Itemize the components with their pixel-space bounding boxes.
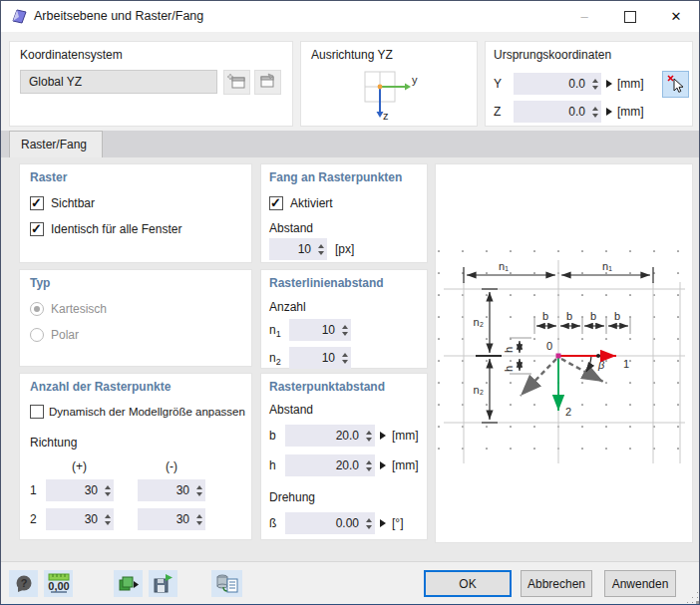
h-spinner[interactable] — [362, 454, 375, 476]
spacing-distance-label: Abstand — [269, 403, 313, 417]
origin-y-flyout-arrow-icon[interactable] — [606, 80, 612, 88]
coordinate-system-field[interactable]: Global YZ — [20, 70, 217, 94]
apply-button[interactable]: Anwenden — [604, 570, 676, 597]
pick-cursor-icon — [663, 72, 688, 97]
typ-group: Typ Kartesisch Polar — [19, 269, 252, 367]
minimize-button[interactable]: – — [561, 1, 607, 32]
beta-spinner[interactable] — [362, 512, 375, 534]
checkbox-aktiviert[interactable] — [269, 196, 283, 210]
checkbox-identisch[interactable] — [30, 222, 44, 236]
direction1-minus-spinner[interactable] — [192, 479, 205, 501]
coordinate-system-group: Koordinatensystem Global YZ — [9, 41, 293, 127]
checkbox-sichtbar-label[interactable]: Sichtbar — [51, 196, 95, 210]
n2-spinner[interactable] — [338, 347, 351, 369]
direction2-plus-field[interactable]: 30 — [46, 508, 114, 530]
origin-coordinates-group: Ursprungskoordinaten Y 0.0 [mm] Z 0.0 [m… — [485, 41, 693, 127]
app-icon — [11, 8, 28, 25]
svg-text:0,00: 0,00 — [48, 580, 69, 592]
tab-raster-fang[interactable]: Raster/Fang — [9, 131, 103, 157]
direction2-plus-spinner[interactable] — [101, 508, 114, 530]
svg-text:b: b — [566, 310, 572, 322]
grid-point-count-group: Anzahl der Rasterpunkte Dynamisch der Mo… — [19, 373, 252, 540]
snap-distance-spinner[interactable] — [314, 238, 327, 260]
origin-header: Ursprungskoordinaten — [494, 48, 611, 62]
n1-field[interactable]: 10 — [289, 319, 351, 341]
svg-text:h: h — [503, 347, 515, 353]
ok-button[interactable]: OK — [424, 570, 512, 597]
origin-z-spinner[interactable] — [588, 101, 601, 123]
checkbox-aktiviert-label[interactable]: Aktiviert — [290, 196, 333, 210]
radio-polar[interactable] — [30, 328, 44, 342]
raster-header: Raster — [30, 170, 67, 184]
resize-grip[interactable] — [697, 602, 698, 603]
beta-field[interactable]: 0.00 — [285, 512, 375, 534]
edit-coordinate-system-button[interactable] — [254, 70, 281, 95]
h-field[interactable]: 20.0 — [285, 454, 375, 476]
close-button[interactable]: ✕ — [653, 1, 699, 32]
n2-label: n2 — [269, 351, 281, 369]
radio-polar-label[interactable]: Polar — [51, 328, 79, 342]
orientation-header: Ausrichtung YZ — [311, 48, 393, 62]
svg-text:h: h — [503, 366, 515, 372]
direction2-minus-field[interactable]: 30 — [138, 508, 205, 530]
svg-text:n₂: n₂ — [474, 316, 484, 328]
direction1-plus-spinner[interactable] — [101, 479, 114, 501]
direction1-minus-field[interactable]: 30 — [138, 479, 205, 501]
svg-text:1: 1 — [623, 358, 629, 370]
grid-line-spacing-group: Rasterlinienabstand Anzahl n1 10 n2 10 — [260, 269, 428, 369]
b-spinner[interactable] — [362, 425, 375, 447]
grid-diagram-panel: n₁ n₁ n₂ n₂ — [435, 163, 693, 543]
checkbox-dynamisch-label[interactable]: Dynamisch der Modellgröße anpassen — [49, 405, 245, 419]
checkbox-sichtbar[interactable] — [30, 196, 44, 210]
svg-text:b: b — [542, 310, 548, 322]
direction1-plus-field[interactable]: 30 — [46, 479, 114, 501]
beta-flyout-arrow-icon[interactable] — [380, 519, 386, 527]
b-flyout-arrow-icon[interactable] — [380, 432, 386, 440]
cancel-button[interactable]: Abbrechen — [521, 570, 592, 597]
direction2-minus-spinner[interactable] — [192, 508, 205, 530]
origin-y-spinner[interactable] — [588, 73, 601, 95]
new-coordinate-system-button[interactable] — [223, 70, 250, 95]
origin-y-unit: [mm] — [617, 77, 644, 91]
raster-group: Raster Sichtbar Identisch für alle Fenst… — [19, 163, 252, 263]
footer-bar: ? 0,00 — [1, 561, 700, 605]
radio-kartesisch-label[interactable]: Kartesisch — [51, 302, 107, 316]
titlebar: Arbeitsebene und Raster/Fang – ✕ — [1, 1, 699, 32]
n1-spinner[interactable] — [338, 319, 351, 341]
origin-y-field[interactable]: 0.0 — [514, 73, 601, 95]
save-default-icon — [152, 573, 175, 595]
checkbox-dynamisch[interactable] — [30, 405, 44, 419]
grid-point-spacing-header: Rasterpunktabstand — [269, 380, 385, 394]
help-icon: ? — [13, 573, 35, 595]
snap-distance-field[interactable]: 10 — [269, 238, 327, 260]
units-settings-button[interactable]: 0,00 — [44, 570, 73, 597]
direction2-label: 2 — [30, 512, 37, 526]
origin-z-field[interactable]: 0.0 — [514, 101, 601, 123]
svg-text:b: b — [590, 310, 596, 322]
checkbox-identisch-label[interactable]: Identisch für alle Fenster — [51, 222, 181, 236]
minimize-icon: – — [580, 9, 587, 24]
copy-settings-button[interactable] — [211, 570, 242, 597]
load-default-button[interactable] — [114, 570, 143, 597]
b-field[interactable]: 20.0 — [285, 425, 375, 447]
svg-text:0: 0 — [546, 340, 552, 352]
minus-column-header: (-) — [166, 459, 177, 473]
svg-text:n₁: n₁ — [499, 260, 509, 272]
maximize-icon — [624, 11, 636, 23]
radio-kartesisch[interactable] — [30, 302, 44, 316]
b-label: b — [269, 429, 276, 443]
h-flyout-arrow-icon[interactable] — [380, 461, 386, 469]
n2-field[interactable]: 10 — [289, 347, 351, 369]
help-button[interactable]: ? — [9, 570, 38, 597]
origin-y-label: Y — [494, 77, 502, 91]
grid-line-count-label: Anzahl — [269, 300, 306, 314]
save-default-button[interactable] — [149, 570, 177, 597]
snap-header: Fang an Rasterpunkten — [269, 170, 402, 184]
snap-distance-label: Abstand — [269, 221, 313, 235]
origin-z-flyout-arrow-icon[interactable] — [606, 108, 612, 116]
b-unit: [mm] — [392, 429, 419, 443]
grid-point-spacing-group: Rasterpunktabstand Abstand b 20.0 [mm] h… — [260, 373, 428, 540]
pick-origin-button[interactable] — [662, 71, 689, 98]
maximize-button[interactable] — [607, 1, 653, 32]
grid-point-count-header: Anzahl der Rasterpunkte — [30, 380, 171, 394]
